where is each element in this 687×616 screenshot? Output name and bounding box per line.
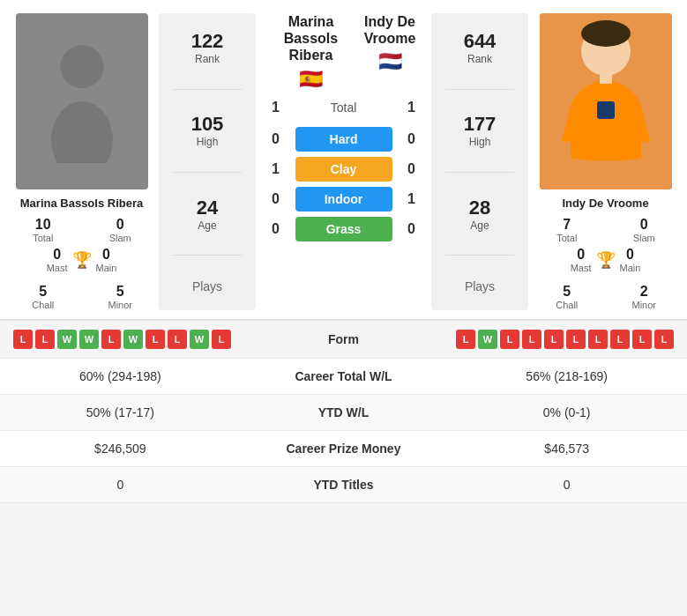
right-high-block: 177 High bbox=[437, 113, 523, 148]
titles-label: YTD Titles bbox=[241, 467, 447, 503]
right-divider-1 bbox=[445, 89, 514, 90]
clay-right-score: 0 bbox=[403, 161, 421, 177]
left-total-value: 10 bbox=[35, 217, 51, 233]
left-plays-label: Plays bbox=[192, 279, 222, 293]
right-form-badges: LWLLLLLLLL bbox=[406, 330, 675, 349]
left-age-label: Age bbox=[198, 219, 216, 232]
right-total-value: 7 bbox=[563, 217, 571, 233]
form-badge-W: W bbox=[190, 330, 209, 349]
left-minor-cell: 5 Minor bbox=[86, 284, 155, 310]
top-section: Marina Bassols Ribera 10 Total 0 Slam 0 … bbox=[0, 0, 687, 319]
form-badge-L: L bbox=[500, 330, 519, 349]
indoor-right-score: 1 bbox=[403, 191, 421, 207]
right-bottom-stats: 5 Chall 2 Minor bbox=[533, 284, 678, 310]
left-form-badges: LLWWLWLLWL bbox=[13, 330, 282, 349]
career-label: Career Total W/L bbox=[241, 359, 447, 395]
right-trophy-icon: 🏆 bbox=[596, 250, 616, 270]
indoor-button: Indoor bbox=[295, 187, 392, 212]
left-rank-block: 122 Rank bbox=[164, 30, 250, 65]
right-divider-3 bbox=[445, 255, 514, 256]
right-trophy-row: 0 Mast 🏆 0 Main bbox=[571, 247, 641, 273]
right-slam-label: Slam bbox=[633, 233, 655, 243]
right-mast-value: 0 bbox=[577, 247, 585, 263]
right-mast-cell: 0 Mast bbox=[571, 247, 592, 273]
left-high-label: High bbox=[197, 136, 219, 148]
left-age-value: 24 bbox=[197, 197, 218, 219]
right-player-photo bbox=[540, 13, 672, 189]
form-badge-L: L bbox=[146, 330, 165, 349]
form-badge-L: L bbox=[566, 330, 586, 349]
hard-right-score: 0 bbox=[403, 131, 421, 147]
right-prize: $46,573 bbox=[446, 431, 687, 467]
stats-table: 60% (294-198) Career Total W/L 56% (218-… bbox=[0, 359, 687, 503]
prize-label: Career Prize Money bbox=[241, 431, 447, 467]
right-career-wl: 56% (218-169) bbox=[446, 359, 687, 395]
left-main-cell: 0 Main bbox=[96, 247, 117, 273]
total-label: Total bbox=[295, 100, 392, 115]
left-main-value: 0 bbox=[102, 247, 110, 263]
right-minor-cell: 2 Minor bbox=[610, 284, 679, 310]
form-badge-L: L bbox=[654, 330, 674, 349]
left-main-label: Main bbox=[96, 263, 117, 273]
form-badge-W: W bbox=[478, 330, 497, 349]
form-badge-W: W bbox=[123, 330, 143, 349]
left-middle-stats: 122 Rank 105 High 24 Age Plays bbox=[159, 13, 256, 310]
right-chall-label: Chall bbox=[556, 300, 578, 310]
form-badge-L: L bbox=[544, 330, 564, 349]
right-player-name: Indy De Vroome bbox=[562, 197, 648, 210]
form-row: LLWWLWLLWL Form LWLLLLLLLL bbox=[0, 321, 687, 359]
right-stats-grid: 7 Total 0 Slam bbox=[533, 217, 678, 243]
right-chall-cell: 5 Chall bbox=[533, 284, 601, 310]
right-slam-cell: 0 Slam bbox=[610, 217, 679, 243]
left-divider-3 bbox=[173, 255, 242, 256]
right-center-name: Indy De Vroome bbox=[357, 13, 422, 47]
right-player-col: Indy De Vroome 7 Total 0 Slam 0 Mast 🏆 bbox=[533, 13, 678, 310]
right-high-label: High bbox=[469, 136, 491, 148]
left-total-cell: 10 Total bbox=[9, 217, 78, 243]
right-middle-stats: 644 Rank 177 High 28 Age Plays bbox=[431, 13, 528, 310]
right-main-cell: 0 Main bbox=[620, 247, 641, 273]
right-ytd-wl: 0% (0-1) bbox=[446, 395, 687, 431]
form-label: Form bbox=[282, 332, 406, 346]
left-slam-cell: 0 Slam bbox=[86, 217, 155, 243]
right-rank-label: Rank bbox=[467, 53, 492, 65]
left-player-name: Marina Bassols Ribera bbox=[20, 197, 143, 210]
grass-right-score: 0 bbox=[403, 221, 421, 237]
right-main-value: 0 bbox=[626, 247, 634, 263]
left-mast-value: 0 bbox=[53, 247, 61, 263]
left-center-name: Marina Bassols Ribera bbox=[265, 13, 357, 64]
left-stats-grid: 10 Total 0 Slam bbox=[9, 217, 154, 243]
svg-rect-4 bbox=[597, 101, 615, 119]
form-badge-L: L bbox=[610, 330, 630, 349]
form-badge-W: W bbox=[57, 330, 77, 349]
svg-rect-5 bbox=[600, 71, 612, 84]
left-flag: 🇪🇸 bbox=[299, 68, 323, 91]
ytd-wl-row: 50% (17-17) YTD W/L 0% (0-1) bbox=[0, 395, 687, 431]
left-player-photo bbox=[16, 13, 148, 189]
titles-row: 0 YTD Titles 0 bbox=[0, 467, 687, 503]
right-plays-block: Plays bbox=[437, 279, 523, 293]
indoor-row: 0 Indoor 1 bbox=[265, 187, 422, 212]
right-ytd-titles: 0 bbox=[446, 467, 687, 503]
form-badge-L: L bbox=[168, 330, 187, 349]
right-slam-value: 0 bbox=[640, 217, 648, 233]
left-chall-value: 5 bbox=[39, 284, 47, 300]
right-mast-label: Mast bbox=[571, 263, 592, 273]
right-name-flag: Indy De Vroome 🇳🇱 bbox=[357, 13, 422, 73]
indoor-left-score: 0 bbox=[267, 191, 285, 207]
right-age-value: 28 bbox=[469, 197, 490, 219]
clay-button: Clay bbox=[295, 157, 392, 182]
grass-button: Grass bbox=[295, 217, 392, 241]
right-total-label: Total bbox=[556, 233, 577, 243]
total-right-score: 1 bbox=[403, 100, 421, 115]
form-badge-L: L bbox=[522, 330, 541, 349]
left-high-value: 105 bbox=[191, 113, 224, 136]
grass-row: 0 Grass 0 bbox=[265, 217, 422, 241]
main-container: Marina Bassols Ribera 10 Total 0 Slam 0 … bbox=[0, 0, 687, 503]
surface-rows: 0 Hard 0 1 Clay 0 0 Indoor 1 0 Grass bbox=[265, 127, 422, 241]
left-player-col: Marina Bassols Ribera 10 Total 0 Slam 0 … bbox=[9, 13, 154, 310]
ytd-label: YTD W/L bbox=[241, 395, 447, 431]
left-chall-label: Chall bbox=[32, 300, 54, 310]
form-badge-L: L bbox=[13, 330, 33, 349]
left-mast-cell: 0 Mast bbox=[47, 247, 68, 273]
